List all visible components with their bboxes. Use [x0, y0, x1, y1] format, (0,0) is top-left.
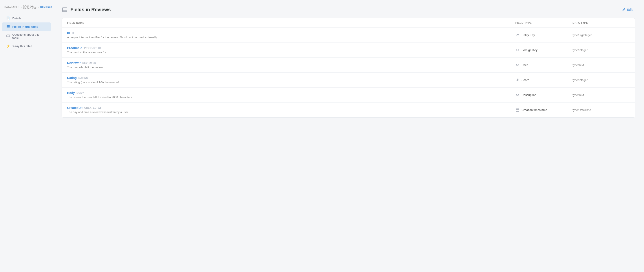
user-text-icon: Aa	[515, 63, 520, 67]
sidebar-item-fields[interactable]: Fields in this table	[2, 23, 51, 31]
field-name-body[interactable]: Body	[67, 91, 75, 95]
entity-key-icon	[515, 33, 520, 38]
field-info-product-id: Product Id PRODUCT_ID The product the re…	[67, 46, 515, 54]
header-field-type: Field type	[515, 21, 572, 25]
field-type-body: Aa Description	[515, 93, 572, 97]
field-type-rating: # Score	[515, 78, 572, 82]
field-name-row-created-at: Created At CREATED_AT	[67, 106, 515, 110]
sidebar-item-questions[interactable]: Questions about this table	[2, 31, 51, 42]
field-type-product-id: Foreign Key	[515, 48, 572, 52]
table-row: Rating RATING The rating (on a scale of …	[62, 73, 635, 88]
sidebar: DATABASES › SAMPLE DATABASE › REVIEWS 📄 …	[0, 0, 53, 272]
field-description-product-id: The product the review was for	[67, 51, 515, 54]
sidebar-item-details[interactable]: 📄 Details	[2, 14, 51, 23]
table-row: Reviewer REVIEWER The user who left the …	[62, 58, 635, 73]
breadcrumb-sample-database[interactable]: SAMPLE DATABASE	[23, 5, 36, 10]
data-type-id: type/BigInteger	[572, 34, 630, 37]
svg-rect-2	[6, 28, 10, 28]
field-type-label-body: Description	[522, 93, 536, 97]
field-info-body: Body BODY The review the user left. Limi…	[67, 91, 515, 99]
field-db-name-reviewer: REVIEWER	[82, 62, 96, 64]
sidebar-item-xray-label: X-ray this table	[12, 45, 32, 48]
fields-table: Field name Field type Data type Id ID A …	[62, 18, 635, 118]
fields-icon	[6, 25, 10, 29]
table-row: Body BODY The review the user left. Limi…	[62, 88, 635, 103]
page-title: Fields in Reviews	[70, 7, 111, 13]
field-type-label-rating: Score	[522, 78, 529, 82]
sidebar-item-details-label: Details	[12, 17, 21, 20]
field-type-label-product-id: Foreign Key	[522, 48, 538, 52]
field-type-label-created-at: Creation timestamp	[522, 108, 547, 112]
field-info-created-at: Created At CREATED_AT The day and time a…	[67, 106, 515, 114]
breadcrumb: DATABASES › SAMPLE DATABASE › REVIEWS	[0, 5, 53, 14]
table-icon	[62, 7, 68, 13]
field-name-row-rating: Rating RATING	[67, 76, 515, 80]
questions-icon	[6, 34, 10, 38]
edit-button[interactable]: Edit	[620, 7, 635, 13]
svg-rect-4	[6, 36, 10, 36]
page-header: Fields in Reviews Edit	[62, 7, 635, 13]
field-type-label-id: Entity Key	[522, 34, 535, 37]
svg-point-12	[518, 50, 519, 51]
breadcrumb-current[interactable]: REVIEWS	[40, 6, 52, 8]
field-name-reviewer[interactable]: Reviewer	[67, 61, 80, 65]
svg-rect-1	[6, 27, 10, 27]
table-row: Product Id PRODUCT_ID The product the re…	[62, 43, 635, 58]
main-content: Fields in Reviews Edit Field name Field …	[53, 0, 644, 272]
field-db-name-body: BODY	[76, 92, 84, 94]
sidebar-item-xray[interactable]: ⚡ X-ray this table	[2, 42, 51, 50]
field-name-row-id: Id ID	[67, 31, 515, 35]
description-text-icon: Aa	[515, 93, 520, 97]
field-name-id[interactable]: Id	[67, 31, 70, 35]
svg-rect-0	[6, 25, 10, 26]
field-name-created-at[interactable]: Created At	[67, 106, 82, 110]
sidebar-item-questions-label: Questions about this table	[12, 33, 47, 40]
svg-rect-14	[516, 109, 519, 112]
field-name-rating[interactable]: Rating	[67, 76, 77, 80]
edit-label: Edit	[627, 8, 632, 12]
field-db-name-rating: RATING	[78, 77, 88, 79]
table-row: Id ID A unique internal identifier for t…	[62, 28, 635, 43]
field-info-id: Id ID A unique internal identifier for t…	[67, 31, 515, 39]
field-type-label-reviewer: User	[522, 63, 528, 67]
field-type-id: Entity Key	[515, 33, 572, 38]
field-type-created-at: Creation timestamp	[515, 108, 572, 112]
field-name-row-body: Body BODY	[67, 91, 515, 95]
page-title-group: Fields in Reviews	[62, 7, 111, 13]
svg-point-11	[516, 50, 517, 51]
table-row: Created At CREATED_AT The day and time a…	[62, 103, 635, 117]
field-info-reviewer: Reviewer REVIEWER The user who left the …	[67, 61, 515, 69]
xray-icon: ⚡	[6, 44, 10, 48]
field-name-row-product-id: Product Id PRODUCT_ID	[67, 46, 515, 50]
table-header-row: Field name Field type Data type	[62, 18, 635, 28]
data-type-created-at: type/DateTime	[572, 108, 630, 112]
field-name-product-id[interactable]: Product Id	[67, 46, 82, 50]
foreign-key-icon	[515, 48, 520, 52]
data-type-product-id: type/Integer	[572, 48, 630, 52]
field-description-rating: The rating (on a scale of 1-5) the user …	[67, 81, 515, 84]
field-db-name-id: ID	[72, 32, 74, 34]
field-info-rating: Rating RATING The rating (on a scale of …	[67, 76, 515, 84]
details-icon: 📄	[6, 16, 10, 20]
svg-rect-5	[6, 37, 10, 37]
header-field-name: Field name	[67, 21, 515, 25]
field-description-body: The review the user left. Limited to 200…	[67, 96, 515, 99]
data-type-rating: type/Integer	[572, 78, 630, 82]
breadcrumb-sep-1: ›	[21, 6, 22, 9]
field-description-id: A unique internal identifier for the rev…	[67, 36, 515, 39]
calendar-icon	[515, 108, 520, 112]
breadcrumb-databases[interactable]: DATABASES	[4, 6, 20, 8]
data-type-body: type/Text	[572, 93, 630, 97]
score-icon: #	[515, 78, 520, 82]
field-description-reviewer: The user who left the review	[67, 66, 515, 69]
field-type-reviewer: Aa User	[515, 63, 572, 67]
sidebar-item-fields-label: Fields in this table	[12, 25, 38, 28]
field-description-created-at: The day and time a review was written by…	[67, 110, 515, 114]
header-data-type: Data type	[572, 21, 630, 25]
pencil-icon	[622, 8, 626, 11]
sidebar-nav: 📄 Details Fields in this table	[0, 14, 53, 50]
data-type-reviewer: type/Text	[572, 63, 630, 67]
svg-rect-6	[62, 8, 67, 12]
breadcrumb-sep-2: ›	[38, 6, 39, 9]
field-name-row-reviewer: Reviewer REVIEWER	[67, 61, 515, 65]
